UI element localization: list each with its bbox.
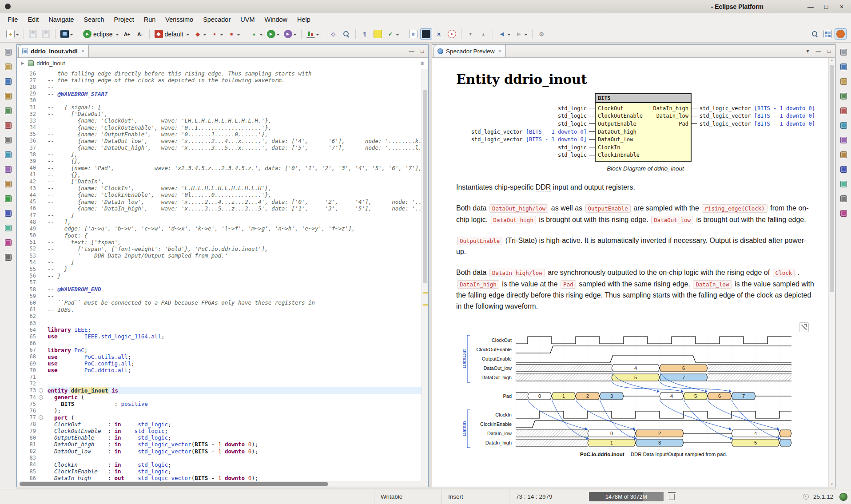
back-history-button[interactable]: ◀ bbox=[496, 28, 512, 40]
app-icon[interactable] bbox=[5, 4, 11, 9]
close-button[interactable]: × bbox=[837, 2, 847, 12]
fold-collapse-icon[interactable]: − bbox=[39, 415, 43, 420]
code-line-80[interactable]: OutputEnable : in std_logic; bbox=[48, 434, 422, 441]
usage-view-icon[interactable] bbox=[840, 181, 847, 187]
specador-tool-button[interactable]: ◆ bbox=[192, 28, 208, 40]
code-line-67[interactable]: library PoC; bbox=[48, 347, 422, 353]
scrollbar-thumb[interactable] bbox=[830, 65, 834, 292]
expand-waveform-button[interactable] bbox=[799, 322, 809, 332]
menu-project[interactable]: Project bbox=[109, 15, 139, 24]
menu-uvm[interactable]: UVM bbox=[235, 15, 259, 24]
open-perspective-button[interactable] bbox=[822, 28, 834, 40]
previous-annotation-button[interactable]: ▲ bbox=[477, 28, 489, 40]
code-line-26[interactable]: -- the falling edge directly before this… bbox=[48, 70, 422, 77]
check-style-button-dropdown-icon[interactable] bbox=[396, 34, 399, 37]
documentation-view-icon[interactable] bbox=[840, 78, 847, 85]
types-view-icon[interactable] bbox=[840, 166, 847, 173]
block-selection-button[interactable] bbox=[420, 28, 432, 40]
code-line-45[interactable]: -- {name: 'DataIn_low', wave: 'x.....2..… bbox=[48, 198, 422, 205]
maximize-editor-icon[interactable]: □ bbox=[419, 48, 426, 54]
search-view-icon[interactable] bbox=[5, 137, 12, 143]
code-line-49[interactable]: -- edge: ['a~>u', 'b~>v', 'c~>w', 'd~>x'… bbox=[48, 225, 422, 232]
forward-history-button[interactable]: ▶ bbox=[513, 28, 529, 40]
verissimo-tool-button[interactable]: ● bbox=[209, 28, 225, 40]
project-explorer-icon[interactable] bbox=[5, 63, 12, 70]
checks-view-icon[interactable] bbox=[5, 195, 12, 202]
code-line-28[interactable]: -- bbox=[48, 83, 422, 90]
tasks-view-icon[interactable] bbox=[5, 107, 12, 114]
terminal-view-icon[interactable] bbox=[5, 254, 12, 261]
new-button-dropdown-icon[interactable] bbox=[16, 34, 19, 37]
code-line-76[interactable]: ); bbox=[48, 407, 422, 414]
code-line-30[interactable]: -- bbox=[48, 97, 422, 104]
maximize-view-icon[interactable]: □ bbox=[826, 48, 832, 54]
code-line-65[interactable]: use IEEE.std_logic_1164.all; bbox=[48, 333, 422, 340]
preview-view-icon[interactable] bbox=[840, 63, 847, 70]
dvt-x-button[interactable]: × bbox=[433, 28, 445, 40]
code-line-27[interactable]: -- the falling edge of the clock as depi… bbox=[48, 77, 422, 83]
minimize-button[interactable]: — bbox=[806, 2, 815, 12]
scroll-down-icon[interactable]: ▼ bbox=[829, 483, 835, 486]
code-line-63[interactable] bbox=[48, 320, 422, 326]
menu-search[interactable]: Search bbox=[79, 15, 109, 24]
breadcrumb-item[interactable]: ddrio_inout bbox=[36, 60, 65, 67]
menu-help[interactable]: Help bbox=[292, 15, 315, 24]
code-line-71[interactable] bbox=[48, 373, 422, 380]
breadcrumb-toggle-icon[interactable]: ≡ bbox=[421, 60, 424, 67]
restore-left-views-icon[interactable] bbox=[5, 49, 12, 56]
editor-horizontal-scrollbar[interactable] bbox=[17, 481, 428, 487]
signals-view-icon[interactable] bbox=[840, 151, 847, 158]
hierarchy-view-icon[interactable] bbox=[5, 181, 12, 187]
code-line-56[interactable]: -- } bbox=[48, 273, 422, 279]
properties-view-icon[interactable] bbox=[840, 137, 847, 143]
open-editor-button[interactable]: ≡ bbox=[407, 28, 419, 40]
code-line-36[interactable]: -- {name: 'DataOut_low', wave: 'x.......… bbox=[48, 138, 422, 144]
specador-tool-button-dropdown-icon[interactable] bbox=[203, 34, 206, 37]
libraries-view-icon[interactable] bbox=[5, 239, 12, 246]
maximize-button[interactable]: □ bbox=[821, 2, 831, 12]
save-button[interactable] bbox=[27, 28, 39, 40]
sash[interactable] bbox=[429, 43, 432, 489]
close-preview-tab-icon[interactable]: × bbox=[498, 48, 501, 54]
code-line-40[interactable]: -- {name: 'Pad', wave: 'x2.3.4.5.z...2.3… bbox=[48, 165, 422, 171]
open-console-button-dropdown-icon[interactable] bbox=[70, 34, 73, 37]
code-line-66[interactable] bbox=[48, 340, 422, 347]
code-line-57[interactable]: -- bbox=[48, 279, 422, 286]
code-line-29[interactable]: -- @WAVEDROM_START bbox=[48, 91, 422, 97]
profile-button-dropdown-icon[interactable] bbox=[294, 34, 296, 37]
code-line-52[interactable]: -- ['tspan', {'font-weight': 'bold'}, 'P… bbox=[48, 246, 422, 252]
editor-tab[interactable]: ddrio_inout.vhdl × bbox=[18, 45, 89, 57]
console-view-icon[interactable] bbox=[5, 78, 12, 85]
problems-view-icon[interactable] bbox=[5, 93, 12, 99]
profile-button[interactable]: ▶ bbox=[282, 28, 298, 40]
verissimo-tool-button-dropdown-icon[interactable] bbox=[220, 34, 223, 37]
code-line-62[interactable] bbox=[48, 313, 422, 320]
notifications-icon[interactable] bbox=[803, 494, 809, 500]
code-line-75[interactable]: BITS : positive bbox=[48, 401, 422, 407]
code-line-39[interactable]: -- {}, bbox=[48, 158, 422, 164]
code-line-83[interactable] bbox=[48, 455, 422, 461]
coverage-button-dropdown-icon[interactable] bbox=[316, 34, 319, 37]
code-line-50[interactable]: -- foot: { bbox=[48, 232, 422, 239]
record-button[interactable]: ● bbox=[446, 28, 458, 40]
specador-perspective-button[interactable] bbox=[835, 28, 847, 40]
code-line-77[interactable]: port ( bbox=[48, 414, 422, 421]
code-lines[interactable]: -- the falling edge directly before this… bbox=[46, 69, 422, 481]
fold-collapse-icon[interactable]: − bbox=[39, 395, 43, 400]
new-button[interactable]: + bbox=[4, 28, 20, 40]
compile-tool-button-dropdown-icon[interactable] bbox=[237, 34, 240, 37]
restore-right-views-icon[interactable] bbox=[840, 49, 847, 56]
trace-view-icon[interactable] bbox=[5, 210, 12, 217]
pin-editor-button[interactable]: ⊙ bbox=[536, 28, 548, 40]
launch-config-combo-dropdown-icon[interactable] bbox=[116, 34, 119, 37]
code-line-85[interactable]: ClockInEnable : in std_logic; bbox=[48, 468, 422, 475]
code-line-44[interactable]: -- {name: 'ClockInEnable', wave: '0l....… bbox=[48, 191, 422, 198]
code-line-55[interactable]: -- } bbox=[48, 266, 422, 272]
code-line-37[interactable]: -- {name: 'DataOut_high', wave: 'x......… bbox=[48, 144, 422, 151]
occurrence-mark[interactable] bbox=[423, 292, 428, 294]
code-style-combo[interactable]: ◆default bbox=[153, 28, 191, 40]
menu-navigate[interactable]: Navigate bbox=[44, 15, 79, 24]
code-line-42[interactable]: -- ['DataIn', bbox=[48, 178, 422, 185]
scrollbar-thumb[interactable] bbox=[20, 482, 328, 486]
code-line-51[interactable]: -- text: ['tspan', bbox=[48, 239, 422, 246]
